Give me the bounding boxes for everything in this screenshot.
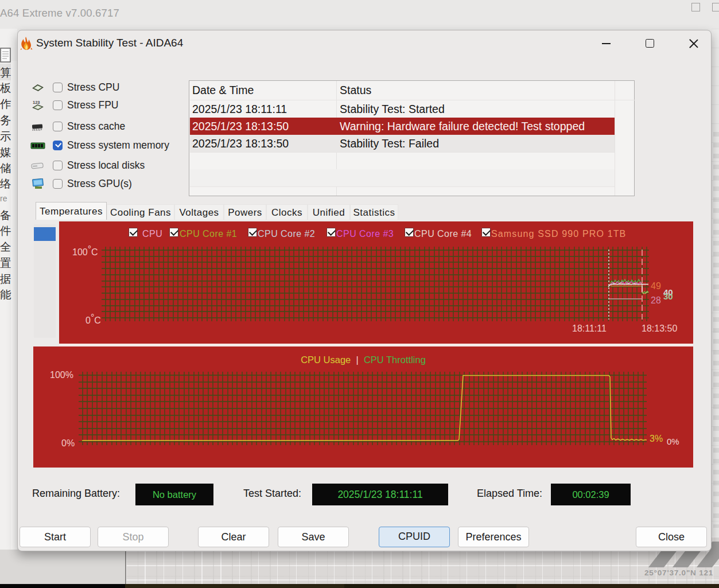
svg-text:123: 123	[33, 100, 40, 105]
